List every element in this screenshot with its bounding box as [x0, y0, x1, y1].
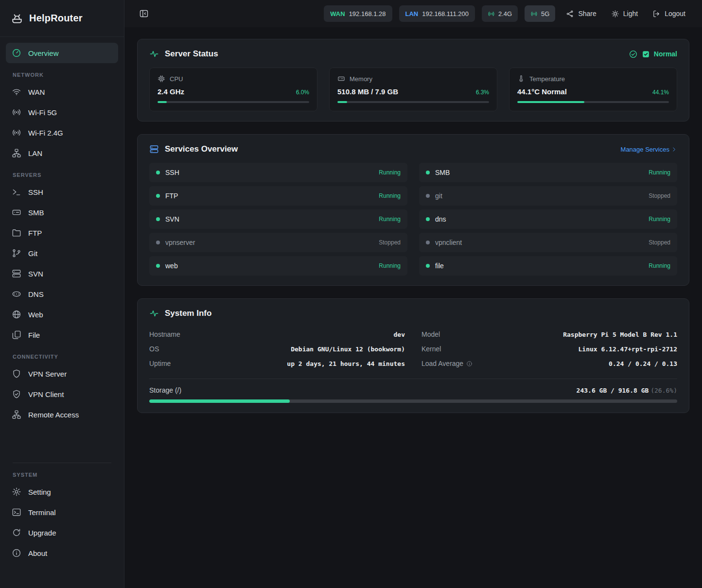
service-status-dot: [156, 217, 160, 221]
app-logo: HelpRouter: [0, 0, 124, 37]
service-status-dot: [156, 194, 160, 198]
sidebar-item-git[interactable]: Git: [6, 243, 118, 263]
logout-icon: [652, 10, 661, 18]
storage-section: Storage (/) 243.6 GB / 916.8 GB (26.6%): [149, 379, 677, 403]
sidebar-item-label: FTP: [28, 229, 42, 237]
sidebar-item-web[interactable]: Web: [6, 304, 118, 325]
sidebar-item-vpn-client[interactable]: VPN Client: [6, 384, 118, 404]
gauge-icon: [12, 48, 21, 58]
temperature-label: Temperature: [529, 75, 565, 83]
manage-services-label: Manage Services: [621, 146, 669, 153]
band-24g-chip[interactable]: 2.4G: [482, 5, 518, 22]
share-icon: [566, 10, 574, 18]
service-row-smb: SMB Running: [419, 163, 677, 182]
service-row-vpnserver: vpnserver Stopped: [149, 233, 407, 252]
memory-percent: 6.3%: [476, 89, 489, 96]
system-info-right: Model Raspberry Pi 5 Model B Rev 1.1 Ker…: [421, 327, 677, 371]
topbar-actions: WAN 192.168.1.28 LAN 192.168.111.200 2.4…: [324, 5, 689, 22]
share-button[interactable]: Share: [562, 7, 600, 21]
sidebar-collapse-button[interactable]: [137, 7, 151, 20]
shield-check-icon: [12, 389, 21, 399]
theme-toggle-button[interactable]: Light: [607, 7, 642, 21]
temperature-progress-bar: [517, 101, 669, 103]
service-name: SMB: [435, 169, 450, 176]
sidebar-item-vpn-server[interactable]: VPN Server: [6, 363, 118, 384]
lan-chip-label: LAN: [405, 10, 419, 17]
service-status-label: Stopped: [649, 192, 670, 199]
service-row-file: file Running: [419, 256, 677, 276]
sidebar-item-label: Wi-Fi 5G: [28, 108, 57, 117]
sidebar-item-wifi-5g[interactable]: Wi-Fi 5G: [6, 102, 118, 122]
sidebar-item-overview[interactable]: Overview: [6, 43, 118, 63]
info-icon: [466, 361, 473, 367]
services-column-left: SSH Running FTP Running SVN Running: [149, 163, 407, 276]
router-icon: [11, 12, 23, 25]
sidebar-item-dns[interactable]: DNS: [6, 284, 118, 304]
service-row-git: git Stopped: [419, 186, 677, 206]
services-grid: SSH Running FTP Running SVN Running: [149, 163, 677, 276]
service-status-dot: [426, 171, 430, 174]
sidebar-item-label: Git: [28, 249, 37, 258]
sidebar-item-lan[interactable]: LAN: [6, 143, 118, 163]
service-row-web: web Running: [149, 256, 407, 276]
sidebar-item-ssh[interactable]: SSH: [6, 182, 118, 202]
sidebar-item-smb[interactable]: SMB: [6, 202, 118, 223]
manage-services-link[interactable]: Manage Services: [621, 146, 677, 153]
refresh-icon: [12, 528, 21, 537]
service-status-dot: [156, 264, 160, 268]
service-name: file: [435, 262, 444, 270]
system-info-card: System Info Hostname dev OS Debian GNU/L…: [137, 298, 689, 413]
sidebar-section-servers: SERVERS: [6, 163, 118, 182]
band-5g-chip[interactable]: 5G: [525, 5, 555, 22]
sidebar-item-label: File: [28, 331, 40, 339]
hostname-row: Hostname dev: [149, 327, 405, 342]
radio-icon: [12, 107, 21, 117]
sidebar-item-file[interactable]: File: [6, 325, 118, 345]
lan-ip-chip: LAN 192.168.111.200: [399, 5, 475, 22]
memory-icon: [337, 75, 345, 83]
service-status-dot: [426, 194, 430, 198]
kernel-row: Kernel Linux 6.12.47+rpt-rpi-2712: [421, 342, 677, 356]
server-status-title: Server Status: [165, 49, 218, 59]
temperature-value: 44.1°C Normal: [517, 87, 567, 96]
service-status-label: Running: [379, 262, 401, 269]
sun-icon: [611, 10, 619, 18]
uptime-label: Uptime: [149, 360, 171, 367]
load-average-label: Load Average: [421, 360, 463, 367]
sidebar-item-remote-access[interactable]: Remote Access: [6, 404, 118, 425]
services-overview-card: Services Overview Manage Services SSH: [137, 134, 689, 286]
service-status-dot: [156, 171, 160, 174]
logout-button[interactable]: Logout: [649, 7, 689, 21]
sidebar-item-upgrade[interactable]: Upgrade: [6, 522, 118, 543]
cpu-progress-bar: [158, 101, 309, 103]
model-value: Raspberry Pi 5 Model B Rev 1.1: [563, 331, 677, 338]
sidebar-item-ftp[interactable]: FTP: [6, 223, 118, 243]
service-status-dot: [156, 241, 160, 244]
service-row-dns: dns Running: [419, 209, 677, 229]
sidebar-item-wifi-24g[interactable]: Wi-Fi 2.4G: [6, 122, 118, 143]
activity-icon: [149, 309, 159, 318]
sidebar-item-setting[interactable]: Setting: [6, 482, 118, 502]
info-icon: [12, 548, 21, 558]
server-stack-icon: [149, 144, 159, 154]
cpu-metric-card: CPU 2.4 GHz 6.0%: [149, 68, 317, 111]
sidebar-item-wan[interactable]: WAN: [6, 82, 118, 102]
remote-access-icon: [12, 410, 21, 419]
kernel-value: Linux 6.12.47+rpt-rpi-2712: [579, 346, 678, 353]
service-status-label: Running: [379, 169, 401, 176]
wan-ip-value: 192.168.1.28: [349, 10, 386, 17]
load-average-value: 0.24 / 0.24 / 0.13: [609, 360, 677, 367]
service-name: vpnserver: [165, 239, 195, 246]
files-icon: [12, 330, 21, 340]
model-row: Model Raspberry Pi 5 Model B Rev 1.1: [421, 327, 677, 342]
cpu-percent: 6.0%: [296, 89, 309, 96]
sidebar-item-terminal[interactable]: Terminal: [6, 502, 118, 522]
panel-collapse-icon: [139, 9, 149, 18]
sidebar-item-about[interactable]: About: [6, 543, 118, 563]
memory-metric-card: Memory 510.8 MB / 7.9 GB 6.3%: [329, 68, 497, 111]
temperature-progress-fill: [517, 101, 584, 103]
service-status-label: Running: [379, 192, 401, 199]
sidebar-item-svn[interactable]: SVN: [6, 263, 118, 284]
memory-label: Memory: [350, 75, 372, 83]
memory-progress-fill: [337, 101, 347, 103]
